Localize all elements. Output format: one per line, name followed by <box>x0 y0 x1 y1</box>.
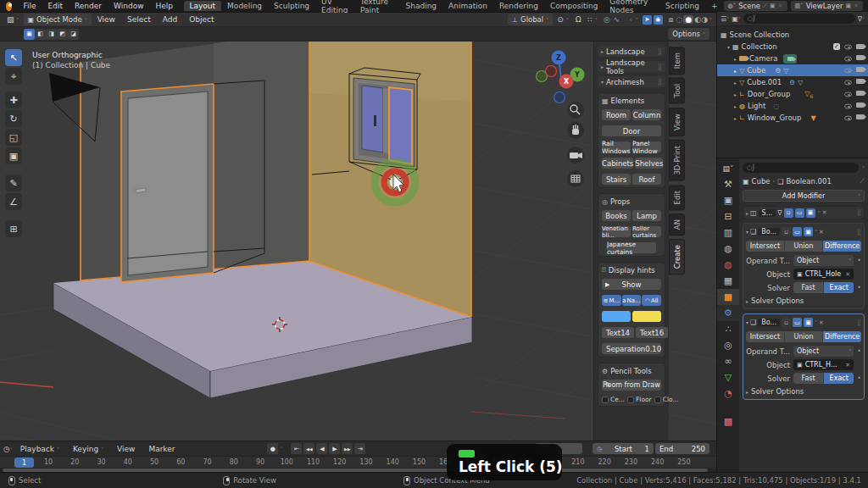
timeline-ruler[interactable]: 1 10203040506070809010011012013014015016… <box>0 456 716 468</box>
tab-texture-properties[interactable]: ▩ <box>717 413 739 430</box>
realtime-toggle[interactable]: ▭ <box>795 208 804 218</box>
all-toggle[interactable]: ◠All <box>642 295 661 306</box>
workspace-tab-shading[interactable]: Shading <box>400 1 443 11</box>
extras-icon[interactable]: ˅ <box>818 210 821 216</box>
options-dropdown[interactable]: Options˅ <box>668 28 709 40</box>
tab-collection-properties[interactable]: ▦ <box>717 273 739 289</box>
tab-output-properties[interactable]: ⊟ <box>717 208 739 225</box>
vp-menu-add[interactable]: Add <box>157 15 183 24</box>
lamp-button[interactable]: Lamp <box>632 210 661 221</box>
menu-window[interactable]: Window <box>108 2 150 10</box>
room-button[interactable]: Room <box>602 109 631 120</box>
realtime-toggle[interactable]: ▭ <box>793 318 802 327</box>
tab-view[interactable]: View <box>669 108 685 136</box>
gizmos-toggle[interactable]: ➤ <box>643 15 652 25</box>
roller-curtains-button[interactable]: Roller curtains <box>632 226 661 237</box>
ceiling-checkbox[interactable]: Ce... <box>602 396 625 403</box>
text-size-field-2[interactable]: Text16 <box>636 327 668 338</box>
expand-icon[interactable]: ▸ <box>746 210 748 216</box>
blender-logo-icon[interactable] <box>6 2 12 11</box>
solver-segmented[interactable]: Fast Exact <box>793 282 854 293</box>
workspace-tab-compositing[interactable]: Compositing <box>544 1 604 11</box>
separation-field[interactable]: Separation0.10 <box>602 343 661 354</box>
filter-funnel-icon[interactable]: ∇˅ <box>858 15 865 23</box>
next-keyframe-button[interactable]: ▶▶ <box>342 443 353 454</box>
add-workspace-button[interactable]: + <box>705 1 724 11</box>
xray-toggle-icon[interactable]: ⧈ <box>666 15 676 25</box>
render-visibility-icon[interactable] <box>856 114 864 119</box>
rail-windows-button[interactable]: Rail Windows <box>602 141 631 152</box>
edit-mode-toggle[interactable]: ▫ <box>782 318 791 327</box>
hide-eye-icon[interactable] <box>844 44 852 49</box>
hide-eye-icon[interactable] <box>844 92 852 97</box>
auto-key-button[interactable]: ● <box>267 443 278 454</box>
tab-render-properties[interactable]: ▣ <box>717 192 739 208</box>
operand-type-dropdown[interactable]: Object˅ <box>793 255 854 266</box>
hint-color-swatch-blue[interactable] <box>602 311 631 322</box>
section-landscape-tools[interactable]: ▸Landscape Tools⣿ <box>598 61 665 72</box>
room-from-draw-button[interactable]: ✎Room from Draw <box>602 380 661 391</box>
tab-constraints-properties[interactable]: ∞ <box>717 353 739 369</box>
section-archimesh[interactable]: ▾Archimesh⣿ <box>598 76 665 87</box>
tab-edit[interactable]: Edit <box>669 185 685 210</box>
timeline-playhead[interactable]: 1 <box>14 458 34 468</box>
breadcrumb-object[interactable]: Cube <box>752 177 771 186</box>
select-mode-difference[interactable]: ◩ <box>57 29 68 40</box>
workspace-tab-sculpting[interactable]: Sculpting <box>268 1 315 11</box>
mode-dropdown[interactable]: ▣Object Mode˅ <box>24 14 92 25</box>
render-visibility-icon[interactable] <box>856 44 864 49</box>
outliner-row-cube[interactable]: ▸ ▽ Cube ⚙ ▽ <box>717 64 868 76</box>
cabinets-button[interactable]: Cabinets <box>602 158 633 169</box>
disclosure-icon[interactable]: ▸ <box>734 92 737 97</box>
measures-toggle[interactable]: ≡M... <box>602 295 621 306</box>
copy-icon[interactable]: ▣ <box>846 3 852 9</box>
tool-move[interactable]: ✚ <box>5 92 22 108</box>
timeline-menu-view[interactable]: View <box>111 445 141 453</box>
show-object-types-dropdown[interactable]: ◦˅ <box>625 14 643 25</box>
shading-solid-icon[interactable]: ● <box>683 15 693 24</box>
outliner-row-collection[interactable]: ▾ ▦ Collection ✓ <box>717 41 868 53</box>
tab-create[interactable]: Create <box>669 239 685 274</box>
outliner-row-door-group[interactable]: ▸ ∟ Door_Group ▽6 <box>717 88 868 100</box>
delete-modifier-icon[interactable]: ✕ <box>822 209 827 216</box>
solver-options-expander[interactable]: ▸Solver Options <box>746 387 861 396</box>
tab-3d-print[interactable]: 3D-Print <box>669 140 685 181</box>
disclosure-icon[interactable]: ▸ <box>734 103 737 109</box>
modifier-name[interactable]: Bo... <box>758 228 780 236</box>
hide-eye-icon[interactable] <box>844 115 852 120</box>
tab-tool[interactable]: Tool <box>669 78 685 104</box>
tab-scene-properties[interactable]: ◍ <box>717 241 739 257</box>
outliner-filter-mode-icon[interactable]: ▣˅ <box>732 15 741 23</box>
render-toggle[interactable]: ▣ <box>804 227 813 236</box>
viewlayer-selector[interactable]: ▥˅ ViewLayer ▣ ✕ <box>791 1 864 11</box>
edit-mode-toggle[interactable]: ▫ <box>782 227 791 236</box>
shelves-button[interactable]: Shelves <box>635 158 663 169</box>
timeline-menu-keying[interactable]: Keying ˅ <box>67 445 109 453</box>
outliner-row-window-group[interactable]: ▸ ∟ Window_Group ▼ <box>717 112 868 124</box>
menu-render[interactable]: Render <box>69 2 108 10</box>
tab-an[interactable]: AN <box>669 214 685 236</box>
column-button[interactable]: Column <box>632 109 661 120</box>
timeline-editor-type-icon[interactable]: ◷˅ <box>3 445 13 453</box>
auto-key-dropdown[interactable]: ˅ <box>280 446 282 452</box>
boolean-operation-segmented[interactable]: Intersect Union Difference <box>746 241 861 252</box>
proportional-edit-icon[interactable]: ◎ <box>602 15 612 24</box>
pivot-dropdown[interactable]: ⊙˅ <box>553 14 573 25</box>
hide-eye-icon[interactable] <box>844 68 852 73</box>
tool-select-box[interactable]: ↖ <box>5 49 22 66</box>
floor-checkbox[interactable]: Floor <box>627 396 652 403</box>
jump-to-end-button[interactable]: ⇥ <box>354 443 365 454</box>
render-visibility-icon[interactable] <box>856 67 864 72</box>
editor-type-button[interactable]: ▤˅ <box>717 160 739 176</box>
books-button[interactable]: Books <box>602 210 631 221</box>
collection-checkbox[interactable]: ✓ <box>833 43 840 50</box>
outliner-row-light[interactable]: ▸ ◍ Light ◌ <box>717 100 868 112</box>
shading-rendered-icon[interactable]: ◑ <box>701 15 708 24</box>
tab-object-properties[interactable]: ■ <box>717 289 739 305</box>
realtime-toggle[interactable]: ▭ <box>793 227 802 236</box>
play-button[interactable]: ▶ <box>329 443 340 454</box>
tab-data-properties[interactable]: ▽ <box>717 369 739 385</box>
disclosure-icon[interactable]: ▸ <box>734 80 737 86</box>
falloff-icon[interactable]: ∿ <box>612 15 626 24</box>
operand-type-dropdown[interactable]: Object˅ <box>793 346 854 357</box>
